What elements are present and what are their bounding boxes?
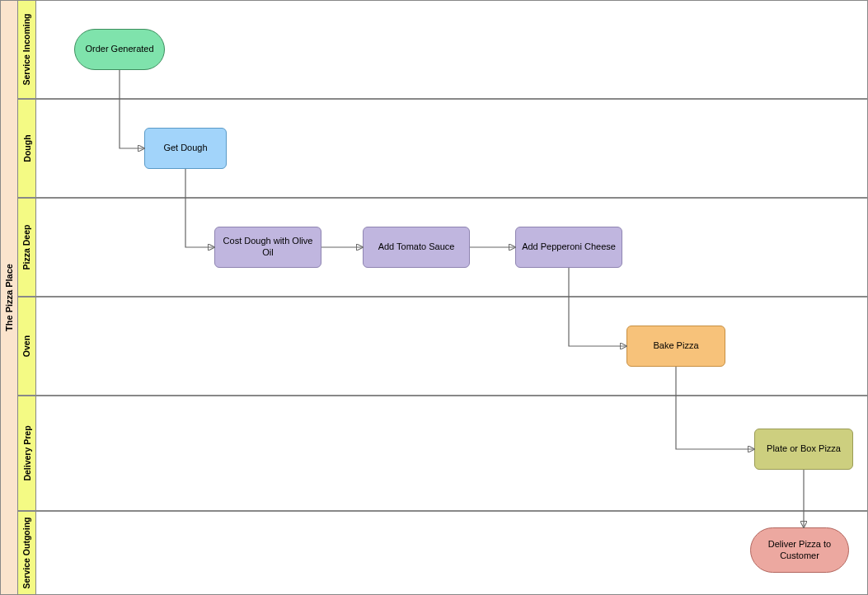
lane-body-oven[interactable] xyxy=(36,297,868,396)
node-label: Deliver Pizza to Customer xyxy=(756,539,843,562)
node-label: Bake Pizza xyxy=(653,340,698,352)
end-event-deliver[interactable]: Deliver Pizza to Customer xyxy=(750,527,849,573)
task-bake[interactable]: Bake Pizza xyxy=(626,326,725,367)
lane-text: Dough xyxy=(22,134,32,162)
node-label: Add Tomato Sauce xyxy=(378,241,455,253)
node-label: Add Pepperoni Cheese xyxy=(522,241,616,253)
lane-body-delivery-prep[interactable] xyxy=(36,396,868,511)
task-plate[interactable]: Plate or Box Pizza xyxy=(754,429,853,470)
lane-label-service-outgoing: Service Outgoing xyxy=(18,511,36,595)
task-add-top[interactable]: Add Pepperoni Cheese xyxy=(515,227,622,268)
pool-title: The Pizza Place xyxy=(4,264,14,331)
task-get-dough[interactable]: Get Dough xyxy=(144,128,227,169)
lane-text: Pizza Deep xyxy=(22,225,32,270)
task-cost-dough[interactable]: Cost Dough with Olive Oil xyxy=(214,227,321,268)
lane-body-service-outgoing[interactable] xyxy=(36,511,868,595)
lane-label-oven: Oven xyxy=(18,297,36,396)
pool-label: The Pizza Place xyxy=(0,0,18,595)
lane-text: Service Incoming xyxy=(22,14,32,86)
node-label: Cost Dough with Olive Oil xyxy=(220,236,316,259)
lane-text: Oven xyxy=(22,335,32,357)
node-label: Order Generated xyxy=(85,44,153,55)
node-label: Plate or Box Pizza xyxy=(767,443,841,455)
lane-text: Service Outgoing xyxy=(22,518,32,589)
lane-text: Delivery Prep xyxy=(22,425,32,480)
lane-label-delivery-prep: Delivery Prep xyxy=(18,396,36,511)
task-add-sauce[interactable]: Add Tomato Sauce xyxy=(363,227,470,268)
start-event-order-generated[interactable]: Order Generated xyxy=(74,29,165,70)
lane-label-dough: Dough xyxy=(18,99,36,198)
node-label: Get Dough xyxy=(163,143,207,154)
lane-label-pizza-deep: Pizza Deep xyxy=(18,198,36,297)
lane-label-service-incoming: Service Incoming xyxy=(18,0,36,99)
